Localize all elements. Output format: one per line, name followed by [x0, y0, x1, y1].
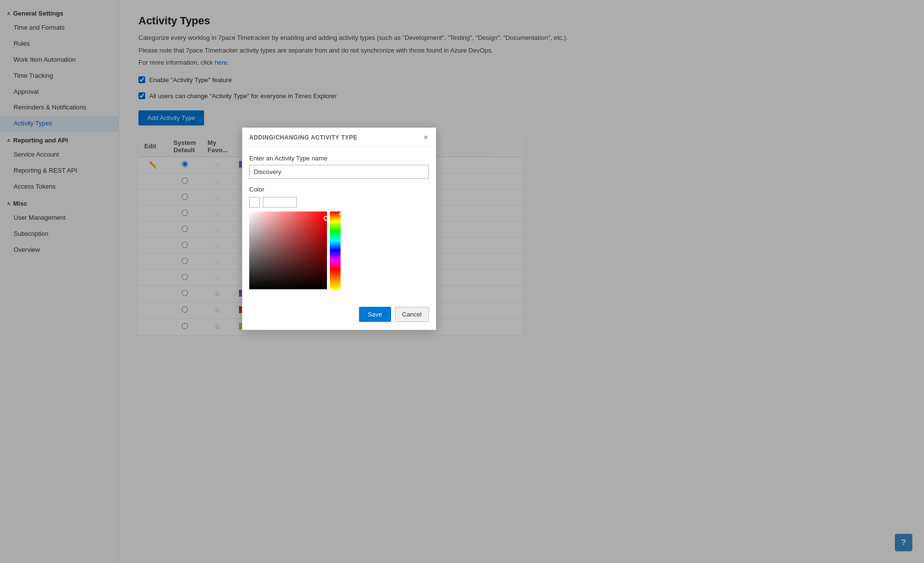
- dialog-title: ADDING/CHANGING ACTIVITY TYPE: [249, 134, 358, 141]
- dialog-header: ADDING/CHANGING ACTIVITY TYPE ×: [242, 128, 436, 147]
- save-button[interactable]: Save: [359, 307, 391, 322]
- color-label: Color: [249, 186, 429, 193]
- cancel-button[interactable]: Cancel: [395, 307, 429, 322]
- hue-spectrum-bar[interactable]: [330, 211, 341, 289]
- hex-input[interactable]: [263, 197, 297, 208]
- dialog-footer: Save Cancel: [242, 305, 436, 330]
- color-gradient-picker[interactable]: [249, 211, 327, 289]
- activity-type-name-input[interactable]: [249, 165, 429, 179]
- color-preview: [249, 197, 260, 208]
- modal-overlay: ADDING/CHANGING ACTIVITY TYPE × Enter an…: [0, 0, 924, 563]
- gradient-cursor[interactable]: [324, 216, 327, 221]
- activity-type-dialog: ADDING/CHANGING ACTIVITY TYPE × Enter an…: [242, 127, 436, 330]
- dialog-close-button[interactable]: ×: [423, 134, 429, 141]
- black-gradient: [249, 211, 327, 289]
- dialog-body: Enter an Activity Type name Color: [242, 147, 436, 305]
- spectrum-cursor[interactable]: [339, 212, 342, 215]
- color-picker-container: [249, 211, 429, 289]
- hex-input-row: [249, 197, 429, 208]
- name-label: Enter an Activity Type name: [249, 155, 429, 162]
